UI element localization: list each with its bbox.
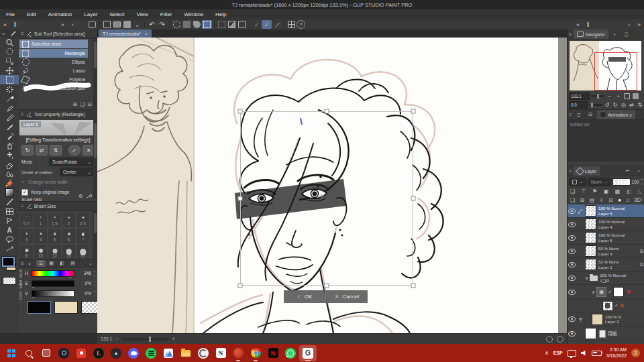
ruler-icon[interactable]: ✓: [252, 20, 262, 29]
confirm-transform-button[interactable]: ✓: [68, 145, 80, 156]
layer-row-layer5[interactable]: 100 % NormalLayer 5: [568, 204, 644, 218]
navigator-view-frame[interactable]: [594, 52, 637, 90]
zoom-out-icon[interactable]: −: [606, 93, 613, 100]
value-stepper[interactable]: ⌃⌄: [93, 291, 97, 296]
league-of-legends-app[interactable]: L: [90, 345, 107, 361]
zoom-tool-icon[interactable]: [0, 38, 19, 47]
taskbar-search-button[interactable]: [20, 345, 38, 361]
brush-size-cell[interactable]: 1: [34, 212, 48, 228]
tab-navigator[interactable]: Navigator: [574, 29, 608, 39]
tab-layer-search-icon[interactable]: ⌕: [634, 166, 643, 176]
text-tool-icon[interactable]: A: [0, 225, 19, 235]
layer-thumbnail[interactable]: [602, 301, 613, 311]
add-subtool-icon[interactable]: ⊞: [72, 101, 77, 107]
duplicate-subtool-icon[interactable]: ❏: [80, 101, 85, 107]
brush-tool-icon[interactable]: [0, 122, 19, 131]
rotate-cc-icon[interactable]: ↺: [604, 101, 610, 109]
sub-color-swatch[interactable]: [54, 301, 78, 314]
pencil-tool-icon[interactable]: [0, 113, 19, 122]
auto-select-tool-icon[interactable]: [0, 84, 19, 94]
brush-size-cell[interactable]: 1.5: [48, 212, 62, 228]
polyline-tool-icon[interactable]: [0, 216, 19, 225]
brush-size-cell[interactable]: 10: [34, 244, 48, 260]
hamburger-icon[interactable]: ≡: [569, 168, 572, 174]
flip-canvas-icon[interactable]: [227, 20, 237, 29]
open-file-icon[interactable]: [112, 20, 122, 29]
layer-thumbnail[interactable]: [585, 219, 596, 230]
grid-icon[interactable]: [286, 20, 297, 29]
tab-hsv[interactable]: HSV: [19, 279, 23, 290]
navigator-rotate-slider[interactable]: [590, 104, 602, 106]
redo-icon[interactable]: ↷: [157, 20, 167, 29]
tab-close-icon[interactable]: ×: [145, 32, 148, 36]
menu-view[interactable]: View: [131, 9, 154, 19]
language-indicator[interactable]: ESP: [553, 351, 563, 355]
notion-app[interactable]: N: [212, 345, 229, 361]
hamburger-icon[interactable]: ≡: [569, 32, 572, 38]
visibility-eye-icon[interactable]: [568, 316, 576, 322]
speaker-icon[interactable]: [581, 351, 587, 356]
collapse-small-icon[interactable]: ‹: [68, 20, 78, 29]
tab-cel2-icon[interactable]: ⊡: [585, 110, 596, 119]
line-correction-tool-icon[interactable]: [0, 244, 19, 253]
brush-size-cell[interactable]: 17: [76, 244, 90, 260]
transfer-down-icon[interactable]: ⇩: [599, 197, 604, 203]
register-settings-icon[interactable]: ◍: [78, 193, 83, 200]
pen-tool-icon[interactable]: [0, 103, 19, 113]
layer-row-layer4[interactable]: 100 % NormalLayer 4: [568, 218, 644, 231]
menu-layer[interactable]: Layer: [78, 9, 103, 19]
enable-mask-icon[interactable]: ◧: [627, 188, 632, 194]
task-view-button[interactable]: [38, 345, 55, 361]
color-mixing-tab-icon[interactable]: ◧: [58, 260, 67, 267]
lock-transparent-icon[interactable]: ▩: [615, 188, 621, 194]
opacity-slider[interactable]: [612, 178, 630, 186]
select-circle-icon[interactable]: [172, 20, 182, 29]
menu-window[interactable]: Window: [178, 9, 209, 19]
tab-information-icon[interactable]: ⓘ: [621, 29, 632, 39]
steam-app[interactable]: [55, 345, 72, 361]
layer-row-folder[interactable]: ∨ 100 % Normal1コR: [568, 272, 644, 285]
opacity-stepper[interactable]: ⌃⌄: [640, 179, 643, 184]
tab-cel-icon[interactable]: ◻: [574, 110, 584, 119]
value-slider-marker[interactable]: ^: [32, 296, 34, 300]
palette-dropdown[interactable]: ⌄: [569, 178, 586, 186]
new-vector-layer-icon[interactable]: ⊞: [580, 197, 584, 203]
menu-filter[interactable]: Filter: [154, 9, 178, 19]
ruler-icon[interactable]: ◺: [638, 188, 642, 194]
photos-app[interactable]: [160, 345, 177, 361]
layer-row-layer1[interactable]: 52 % NormLayer 1 ⧉: [568, 258, 644, 272]
flip-vertical-button[interactable]: ⇅: [50, 145, 62, 156]
subtool-item-ellipse[interactable]: Ellipse: [19, 58, 88, 66]
collapse-left-icon[interactable]: «: [573, 20, 583, 29]
red-browser-app[interactable]: [229, 345, 247, 361]
delete-subtool-icon[interactable]: ⊟: [87, 101, 92, 107]
menu-animation[interactable]: Animation: [42, 9, 78, 19]
menu-edit[interactable]: Edit: [21, 9, 42, 19]
brush-size-cell[interactable]: 2.5: [76, 212, 90, 228]
flip-horizontal-button[interactable]: ⇄: [36, 145, 48, 156]
gradient-tool-icon[interactable]: [0, 188, 19, 197]
collapse-left-icon[interactable]: «: [58, 20, 68, 29]
network-icon[interactable]: [568, 350, 576, 357]
navigator-zoom-value[interactable]: 133.1: [569, 93, 590, 100]
document-tab[interactable]: TJ remasterizado* ×: [99, 29, 152, 38]
file-explorer-app[interactable]: [177, 345, 195, 361]
new-folder-icon[interactable]: ▤: [589, 197, 594, 203]
rotate-cw-icon[interactable]: ↻: [612, 101, 619, 109]
dark-circle-app[interactable]: ▲: [107, 345, 125, 361]
chevron-down-icon[interactable]: ⌄: [86, 260, 95, 267]
tool-property-header[interactable]: ≡ Tool property [Rectangle]: [19, 110, 97, 119]
main-color-swatch[interactable]: [28, 301, 51, 314]
layer-row-correction[interactable]: ∨ ▦ ✓ ✕: [568, 285, 644, 300]
center-dropdown[interactable]: Center ⌄: [60, 168, 95, 176]
select-shape-icon[interactable]: [192, 20, 202, 29]
rotate-reset-icon[interactable]: [546, 336, 553, 343]
lasso-select-tool-icon[interactable]: [0, 47, 19, 56]
layer-thumbnail[interactable]: [585, 245, 596, 257]
panel-pipe-icon[interactable]: ‖: [10, 20, 20, 29]
save-dropdown-icon[interactable]: ⌄: [132, 20, 142, 29]
reference-layer-icon[interactable]: ⚑: [592, 188, 597, 194]
hamburger-icon[interactable]: ≡: [2, 32, 5, 36]
start-button[interactable]: [3, 345, 20, 361]
visibility-eye-icon[interactable]: [568, 249, 576, 254]
